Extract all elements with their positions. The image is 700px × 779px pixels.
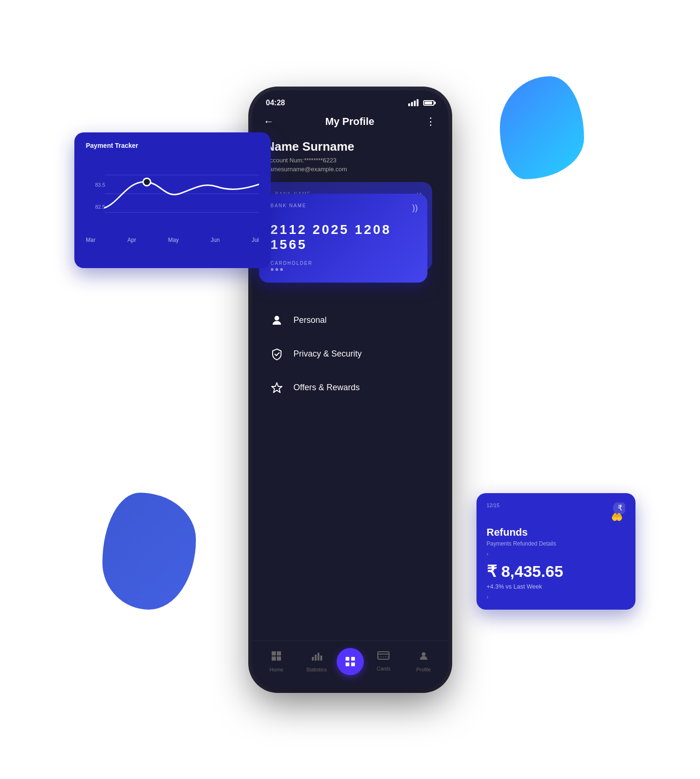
nav-statistics-label: Statistics	[306, 667, 327, 672]
menu-privacy-label: Privacy & Security	[294, 349, 362, 359]
menu-personal-label: Personal	[294, 315, 327, 325]
refunds-title: Refunds	[487, 526, 625, 539]
personal-icon	[268, 312, 285, 329]
scene: Payment Tracker 83.5 82.5 Mar Apr May Ju…	[93, 39, 607, 741]
card-dots	[271, 268, 416, 271]
back-button[interactable]: ←	[264, 116, 274, 128]
x-label-jun: Jun	[210, 237, 219, 243]
x-label-mar: Mar	[86, 237, 96, 243]
refunds-icon: ₹ 🤲	[602, 502, 625, 526]
payment-tracker-widget: Payment Tracker 83.5 82.5 Mar Apr May Ju…	[74, 132, 271, 268]
nav-cards-label: Cards	[377, 666, 390, 671]
profile-icon	[418, 650, 429, 664]
svg-marker-8	[272, 383, 282, 393]
svg-rect-21	[378, 652, 389, 659]
refunds-chevron-2: ›	[487, 594, 625, 600]
menu-section: Personal Privacy & Security Offers &	[252, 290, 448, 641]
profile-email: namesurname@example.com	[266, 166, 434, 173]
menu-item-privacy[interactable]: Privacy & Security	[261, 337, 439, 371]
svg-rect-10	[277, 651, 281, 655]
tracker-y-labels: 83.5 82.5	[95, 182, 105, 210]
signal-icon	[408, 99, 419, 106]
svg-point-24	[422, 652, 426, 656]
svg-text:🤲: 🤲	[611, 511, 623, 523]
menu-item-personal[interactable]: Personal	[261, 304, 439, 337]
svg-rect-11	[272, 656, 276, 661]
nav-home[interactable]: Home	[257, 650, 297, 672]
x-label-may: May	[168, 237, 179, 243]
cards-icon	[377, 651, 390, 663]
profile-section: Name Surname Account Num:********6223 na…	[252, 135, 448, 182]
page-title: My Profile	[325, 116, 374, 128]
x-label-jul: Jul	[252, 237, 259, 243]
svg-point-3	[143, 178, 151, 186]
decorative-blob-right	[500, 76, 584, 179]
page-header: ← My Profile ⋮	[252, 111, 448, 135]
svg-rect-15	[318, 653, 319, 661]
card-nfc-front: ))	[412, 203, 418, 213]
tracker-x-labels: Mar Apr May Jun Jul	[86, 237, 259, 243]
phone-frame: 04:28 ← My Profile ⋮ Name Surname	[252, 90, 448, 689]
home-icon	[271, 650, 282, 664]
refunds-chevron-1: ›	[487, 551, 625, 557]
nav-home-label: Home	[270, 667, 283, 672]
privacy-icon	[268, 346, 285, 363]
card-front[interactable]: BANK NAME )) 2112 2025 1208 1565 CARDHOL…	[259, 194, 427, 283]
svg-rect-19	[346, 663, 349, 666]
refunds-amount: ₹ 8,435.65	[487, 562, 625, 581]
svg-rect-12	[277, 656, 281, 661]
nav-center-button[interactable]	[337, 648, 364, 675]
profile-account: Account Num:********6223	[266, 157, 434, 164]
card-number: 2112 2025 1208 1565	[271, 222, 416, 252]
status-time: 04:28	[266, 99, 285, 107]
x-label-apr: Apr	[127, 237, 136, 243]
svg-rect-16	[320, 655, 322, 661]
refunds-date: 12/15	[487, 502, 500, 508]
nav-profile[interactable]: Profile	[404, 650, 444, 672]
tracker-title: Payment Tracker	[86, 142, 259, 149]
svg-point-7	[274, 316, 279, 320]
y-label-2: 82.5	[95, 204, 105, 210]
statistics-icon	[311, 650, 322, 664]
svg-rect-18	[351, 657, 355, 661]
svg-rect-20	[351, 663, 355, 666]
svg-rect-9	[272, 651, 276, 655]
menu-offers-label: Offers & Rewards	[294, 383, 360, 393]
svg-rect-14	[315, 655, 317, 661]
offers-icon	[268, 379, 285, 396]
battery-icon	[423, 100, 434, 106]
status-icons	[408, 99, 434, 106]
more-options-button[interactable]: ⋮	[426, 116, 436, 128]
card-holder-label: CARDHOLDER	[271, 261, 416, 266]
profile-name: Name Surname	[266, 139, 434, 154]
cards-section: BANK NAME )) BANK NAME )) 2112 2025 1208…	[259, 182, 441, 290]
svg-rect-17	[346, 657, 349, 661]
refunds-subtitle: Payments Refunded Details	[487, 540, 625, 547]
nav-statistics[interactable]: Statistics	[296, 650, 337, 672]
refunds-widget: 12/15 ₹ 🤲 Refunds Payments Refunded Deta…	[476, 493, 635, 610]
decorative-blob-left	[102, 493, 196, 610]
svg-rect-13	[312, 657, 314, 661]
nav-profile-label: Profile	[416, 667, 431, 672]
refunds-header: 12/15 ₹ 🤲	[487, 502, 625, 526]
refunds-change: +4.3% vs Last Week	[487, 583, 625, 590]
card-front-label: BANK NAME	[271, 203, 416, 208]
tracker-chart-svg	[86, 156, 259, 231]
nav-cards[interactable]: Cards	[364, 651, 404, 671]
menu-item-offers[interactable]: Offers & Rewards	[261, 371, 439, 405]
y-label-1: 83.5	[95, 182, 105, 188]
status-bar: 04:28	[252, 90, 448, 111]
bottom-nav: Home Statistics	[252, 641, 448, 689]
svg-text:₹: ₹	[618, 504, 622, 512]
